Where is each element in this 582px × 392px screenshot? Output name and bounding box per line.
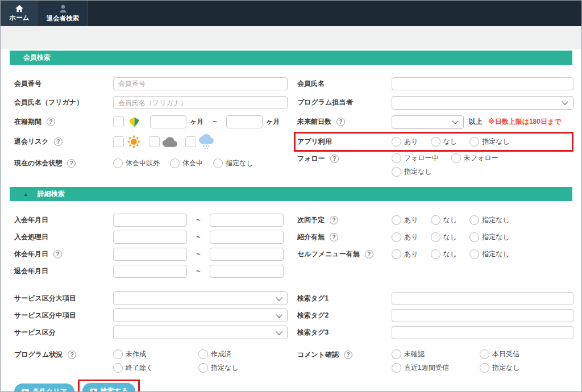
tab-withdrawn-search[interactable]: 退会者検索 (38, 1, 88, 26)
radio-icon[interactable] (451, 153, 461, 163)
collapse-icon[interactable]: ▲ (23, 191, 28, 197)
radio-icon[interactable] (469, 137, 479, 147)
radio-app-0[interactable]: あり (392, 137, 418, 147)
radio-icon[interactable] (469, 249, 479, 259)
help-icon[interactable]: ? (67, 159, 76, 168)
recess-date-from-input[interactable] (113, 248, 187, 261)
radio-next-0[interactable]: あり (392, 215, 418, 225)
radio-app-1[interactable]: なし (431, 137, 458, 147)
join-process-from-input[interactable] (113, 231, 187, 244)
help-icon[interactable]: ? (330, 155, 339, 163)
radio-follow-2[interactable]: 指定なし (392, 167, 432, 177)
checkbox-beginner[interactable] (113, 116, 124, 127)
clear-button[interactable]: 条件クリア (14, 383, 74, 392)
radio-icon[interactable] (198, 363, 208, 373)
radio-program-0[interactable]: 未作成 (113, 349, 198, 359)
tab-home-label: ホーム (9, 14, 29, 22)
radio-icon[interactable] (480, 363, 489, 373)
radio-icon[interactable] (170, 159, 180, 168)
kana-input[interactable] (113, 96, 288, 109)
help-icon[interactable]: ? (330, 233, 338, 241)
radio-program-1[interactable]: 作成済 (198, 349, 239, 359)
radio-icon[interactable] (469, 232, 479, 242)
service-large-select[interactable] (113, 291, 288, 305)
radio-icon[interactable] (392, 153, 401, 163)
help-icon[interactable]: ? (68, 351, 76, 359)
radio-icon[interactable] (431, 232, 440, 242)
radio-follow-1[interactable]: 未フォロー (451, 153, 498, 163)
field-program-staff: プログラム担当者 (297, 93, 573, 112)
radio-icon[interactable] (392, 363, 401, 373)
join-date-to-input[interactable] (210, 214, 284, 227)
radio-icon[interactable] (392, 167, 401, 177)
radio-icon[interactable] (392, 249, 401, 259)
radio-icon[interactable] (198, 349, 208, 359)
radio-recess-2[interactable]: 指定なし (213, 159, 253, 168)
radio-recess-0[interactable]: 休会中以外 (113, 159, 160, 168)
help-icon[interactable]: ? (53, 250, 62, 258)
radio-next-1[interactable]: なし (431, 215, 458, 225)
radio-icon[interactable] (213, 159, 223, 168)
video-play-icon (90, 389, 97, 392)
radio-program-2[interactable]: 終了除く (113, 363, 198, 373)
radio-next-2[interactable]: 指定なし (469, 215, 510, 225)
radio-icon[interactable] (392, 215, 401, 225)
radio-icon[interactable] (392, 137, 401, 147)
service-select[interactable] (113, 326, 288, 339)
withdraw-date-from-input[interactable] (113, 265, 187, 278)
program-staff-select[interactable] (392, 96, 573, 110)
radio-icon[interactable] (480, 349, 489, 359)
help-icon[interactable]: ? (47, 118, 55, 126)
tag2-input[interactable] (392, 309, 573, 322)
checkbox-risk-sun[interactable] (113, 136, 124, 147)
radio-selfmenu-1[interactable]: なし (431, 249, 458, 259)
section-header-detail-search[interactable]: ▲ 詳細検索 (10, 187, 572, 201)
field-member-name: 会員氏名 (297, 74, 573, 93)
radio-comment-2[interactable]: 直近1週間受信 (392, 363, 480, 373)
radio-icon[interactable] (431, 215, 440, 225)
radio-icon[interactable] (469, 215, 479, 225)
help-icon[interactable]: ? (365, 250, 373, 258)
checkbox-risk-rain[interactable] (185, 136, 196, 147)
tag1-input[interactable] (392, 292, 573, 305)
radio-app-2[interactable]: 指定なし (469, 137, 510, 147)
join-date-from-input[interactable] (113, 214, 187, 227)
radio-comment-0[interactable]: 未確認 (392, 349, 480, 359)
tag3-input[interactable] (392, 326, 573, 339)
radio-selfmenu-2[interactable]: 指定なし (469, 249, 510, 259)
radio-program-3[interactable]: 指定なし (198, 363, 239, 373)
radio-comment-1[interactable]: 本日受信 (480, 349, 520, 359)
field-service-large: サービス区分大項目 (14, 290, 297, 307)
help-icon[interactable]: ? (336, 118, 345, 126)
radio-comment-3[interactable]: 指定なし (480, 363, 520, 373)
service-mid-select[interactable] (113, 308, 288, 322)
member-no-input[interactable] (113, 77, 288, 90)
radio-icon[interactable] (113, 159, 123, 168)
highlight-box-app-usage: アプリ利用 あり なし 指定なし (294, 132, 573, 152)
radio-intro-1[interactable]: なし (431, 232, 458, 242)
radio-icon[interactable] (431, 137, 440, 147)
join-process-to-input[interactable] (210, 231, 284, 244)
help-icon[interactable]: ? (54, 137, 63, 146)
withdraw-date-to-input[interactable] (210, 265, 284, 278)
help-icon[interactable]: ? (330, 216, 338, 224)
future-days-select[interactable] (392, 115, 464, 129)
member-name-input[interactable] (392, 77, 573, 90)
period-max-input[interactable] (226, 115, 263, 128)
radio-icon[interactable] (392, 349, 401, 359)
radio-icon[interactable] (113, 363, 123, 373)
period-min-input[interactable] (150, 115, 186, 128)
radio-intro-2[interactable]: 指定なし (469, 232, 510, 242)
checkbox-risk-cloud[interactable] (149, 136, 160, 147)
tab-home[interactable]: ホーム (1, 1, 38, 26)
search-button[interactable]: 検索する (82, 383, 136, 392)
radio-follow-0[interactable]: フォロー中 (392, 153, 439, 163)
recess-date-to-input[interactable] (210, 248, 284, 261)
radio-icon[interactable] (113, 349, 123, 359)
radio-intro-0[interactable]: あり (392, 232, 418, 242)
radio-selfmenu-0[interactable]: あり (392, 249, 418, 259)
radio-recess-1[interactable]: 休会中 (170, 159, 203, 168)
help-icon[interactable]: ? (344, 351, 352, 359)
radio-icon[interactable] (431, 249, 440, 259)
radio-icon[interactable] (392, 232, 401, 242)
